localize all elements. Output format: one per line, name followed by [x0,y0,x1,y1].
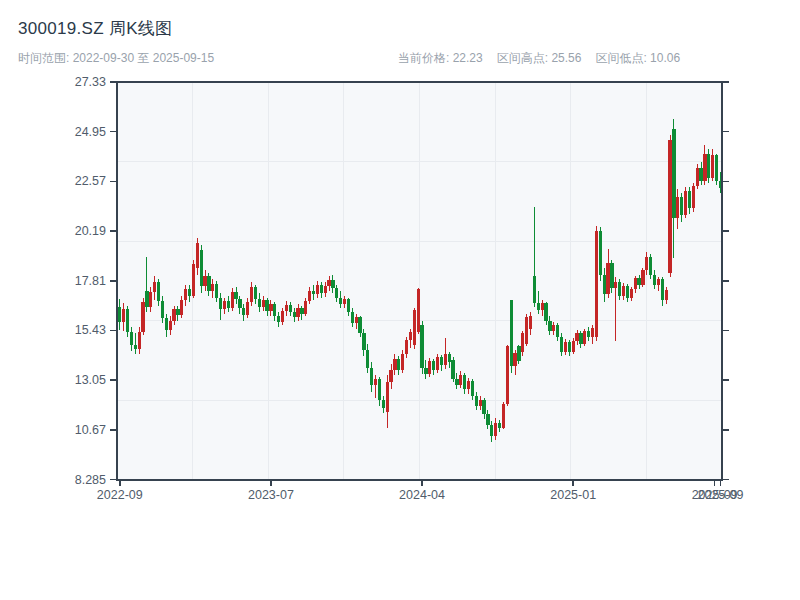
candle-up [591,328,594,337]
candle-up [153,282,156,292]
candle-up [696,168,699,186]
candle-down [347,299,350,313]
candle-up [122,309,125,322]
candle-up [324,286,327,293]
candle-down [420,325,423,368]
candle-down [440,357,443,365]
candle-up [552,325,555,331]
candle-up [572,341,575,351]
candle-down [145,291,148,307]
candle-down [277,316,280,321]
candle-down [320,285,323,293]
candle-down [157,282,160,301]
candle-up [405,340,408,354]
candle-up [374,379,377,385]
candle-up [417,289,420,332]
candle-down [699,168,702,181]
candle-up [141,302,144,332]
candle-up [467,381,470,389]
candle-up [184,289,187,299]
candle-up [401,354,404,370]
candle-down [227,301,230,308]
candle-up [262,300,265,307]
candle-up [541,303,544,310]
candle-down [424,368,427,374]
candle-up [529,316,532,329]
candle-up [308,291,311,300]
candle-down [366,350,369,368]
candle-down [548,321,551,331]
candle-down [649,257,652,275]
candle-down [653,275,656,285]
candle-down [455,379,458,385]
candle-up [668,140,671,273]
candle-up [343,299,346,304]
candle-up [196,243,199,268]
candle-down [587,331,590,337]
candle-up [525,317,528,343]
candle-down [165,318,168,329]
candle-up [285,305,288,311]
candle-down [293,312,296,317]
candle-up [630,289,633,297]
candle-up [316,285,319,294]
candle-up [641,270,644,285]
candle-up [502,404,505,428]
candle-down [382,400,385,408]
candle-down [207,276,210,292]
candle-up [172,309,175,320]
candle-down [258,299,261,307]
candle-down [161,301,164,319]
y-axis-label: 22.57 [75,174,106,188]
candle-down [637,278,640,285]
candle-up [479,400,482,406]
candle-up [444,354,447,365]
candle-down [537,303,540,310]
candle-down [300,308,303,314]
candle-up [327,280,330,286]
candle-down [312,291,315,294]
candle-down [680,197,683,215]
candle-down [579,333,582,343]
candle-up [304,301,307,315]
candle-down [707,154,710,178]
candle-down [610,263,613,288]
candle-wick [135,333,136,354]
y-axis-label: 20.19 [75,224,106,238]
candle-down [599,231,602,275]
candle-down [273,304,276,317]
candle-down [265,300,268,311]
candle-down [568,342,571,351]
candle-down [510,300,513,367]
candle-up [645,257,648,271]
y-axis-label: 8.285 [75,473,106,487]
candle-down [618,282,621,296]
candle-down [219,298,222,309]
candle-down [126,309,129,332]
candle-up [180,300,183,316]
candle-down [188,289,191,295]
candle-down [397,359,400,369]
candle-up [281,311,284,321]
y-axis-label: 27.33 [75,75,106,89]
candle-up [149,292,152,307]
y-axis-label: 15.43 [75,323,106,337]
candle-up [192,264,195,295]
candle-wick [538,291,539,314]
candle-up [513,353,516,367]
y-axis-label: 13.05 [75,373,106,387]
kline-chart: 27.3324.9522.5720.1917.8115.4313.0510.67… [0,0,800,600]
candle-up [506,346,509,404]
candle-down [238,299,241,308]
candle-up [169,321,172,330]
y-axis-label: 24.95 [75,125,106,139]
candle-up [703,154,706,181]
candle-down [544,303,547,321]
candle-up [355,317,358,322]
candle-wick [375,375,376,398]
candle-down [339,298,342,304]
candle-up [494,423,497,437]
candle-down [498,423,501,428]
candle-up [386,382,389,412]
candle-down [362,333,365,350]
